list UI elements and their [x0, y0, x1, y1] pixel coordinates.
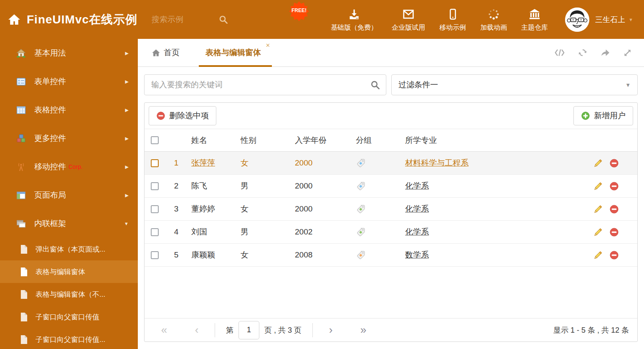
share-icon[interactable] [600, 48, 610, 58]
sidebar-subitem-child-to-parent[interactable]: 子窗口向父窗口传值 [0, 306, 138, 328]
table-row[interactable]: 1 张萍萍 女 2000 材料科学与工程系 [145, 152, 637, 175]
table-row[interactable]: 3 董婷婷 女 2000 化学系 [145, 198, 637, 221]
major-link[interactable]: 化学系 [405, 227, 429, 236]
row-number: 4 [165, 227, 188, 237]
cell-year: 2000 [292, 204, 352, 214]
sidebar-item-page-layout[interactable]: 页面布局 ▶ [0, 181, 138, 209]
avatar[interactable] [565, 8, 589, 32]
close-icon[interactable]: ✕ [266, 42, 270, 48]
add-user-button[interactable]: 新增用户 [573, 106, 633, 125]
tab-home[interactable]: 首页 [144, 39, 187, 66]
row-checkbox[interactable] [151, 159, 159, 167]
page-label-prefix: 第 [226, 325, 233, 335]
major-link[interactable]: 化学系 [405, 181, 429, 190]
delete-icon[interactable] [609, 158, 619, 168]
delete-icon[interactable] [609, 227, 619, 237]
keyword-search-input[interactable] [144, 74, 386, 95]
menu-item-label: 企业版试用 [392, 23, 425, 32]
menu-item-loading-animation[interactable]: 加载动画 [473, 7, 514, 32]
delete-icon[interactable] [609, 181, 619, 191]
sidebar-item-form-controls[interactable]: 表单控件 ▶ [0, 67, 138, 96]
filter-row: 过滤条件一 ▼ [144, 74, 638, 95]
search-icon[interactable] [370, 80, 380, 90]
user-menu[interactable]: 三生石上 ▼ [595, 15, 633, 25]
sidebar-subitem-child-to-parent-alt[interactable]: 子窗口向父窗口传值... [0, 328, 138, 349]
prev-page-button[interactable]: ‹ [190, 324, 204, 336]
sidebar-item-iframe[interactable]: 内联框架 ▼ [0, 209, 138, 238]
delete-icon[interactable] [609, 250, 619, 260]
menu-item-enterprise-trial[interactable]: 企业版试用 [385, 7, 432, 32]
sidebar-item-more-controls[interactable]: 更多控件 ▶ [0, 124, 138, 153]
menu-item-mobile-demo[interactable]: 移动示例 [432, 7, 473, 32]
sidebar-subitem-label: 子窗口向父窗口传值... [35, 335, 105, 344]
sidebar-item-grid-controls[interactable]: 表格控件 ▶ [0, 96, 138, 124]
source-code-icon[interactable] [554, 48, 565, 57]
sidebar-subitem-grid-edit-window[interactable]: 表格与编辑窗体 [0, 260, 138, 283]
sidebar-subitem-label: 表格与编辑窗体 [35, 267, 85, 277]
sidebar-subitem-label: 子窗口向父窗口传值 [35, 312, 99, 322]
sidebar-subitem-label: 弹出窗体（本页面或... [35, 245, 105, 254]
edit-icon[interactable] [593, 181, 603, 191]
corp-badge: Corp. [68, 163, 83, 170]
sidebar-item-basic-usage[interactable]: 基本用法 ▶ [0, 39, 138, 67]
cell-year: 2000 [292, 181, 352, 191]
menu-item-theme-repo[interactable]: 主题仓库 [514, 7, 555, 32]
first-page-button[interactable]: « [157, 324, 171, 336]
row-checkbox[interactable] [151, 182, 159, 190]
sidebar-subitem-popup-window[interactable]: 弹出窗体（本页面或... [0, 238, 138, 260]
major-link[interactable]: 数学系 [405, 250, 429, 259]
edit-icon[interactable] [593, 227, 603, 237]
table-icon [16, 105, 27, 115]
layout-icon [16, 190, 27, 201]
table-row[interactable]: 5 康颖颖 女 2008 数学系 [145, 244, 637, 267]
menu-item-basic-edition[interactable]: 基础版（免费） [324, 7, 385, 32]
app-title[interactable]: FineUIMvc在线示例 [27, 12, 137, 28]
sidebar: 基本用法 ▶ 表单控件 ▶ 表格控件 ▶ 更多控件 ▶ [0, 39, 138, 349]
menu-item-label: 基础版（免费） [331, 23, 378, 32]
major-link[interactable]: 材料科学与工程系 [405, 158, 469, 167]
tab-grid-edit-window[interactable]: 表格与编辑窗体 ✕ [199, 39, 272, 66]
column-header-major: 所学专业 [402, 135, 593, 146]
home-icon[interactable] [8, 13, 21, 26]
cell-year: 2000 [292, 158, 352, 168]
next-page-button[interactable]: › [324, 324, 338, 336]
edit-icon[interactable] [593, 204, 603, 214]
major-link[interactable]: 化学系 [405, 204, 429, 213]
row-checkbox[interactable] [151, 251, 159, 259]
row-number: 3 [165, 204, 188, 214]
file-icon [20, 245, 28, 254]
row-checkbox[interactable] [151, 205, 159, 213]
pager-divider [215, 323, 215, 337]
content-area: 首页 表格与编辑窗体 ✕ [138, 39, 644, 349]
refresh-icon[interactable] [578, 48, 588, 58]
delete-selected-label: 删除选中项 [169, 110, 209, 121]
add-user-label: 新增用户 [594, 110, 626, 121]
sidebar-item-label: 更多控件 [34, 133, 66, 144]
delete-selected-button[interactable]: 删除选中项 [149, 106, 216, 125]
search-icon[interactable] [218, 15, 228, 25]
row-checkbox[interactable] [151, 228, 159, 236]
sidebar-item-mobile-controls[interactable]: 移动控件 Corp. ▶ [0, 153, 138, 181]
table-row[interactable]: 4 刘国 男 2002 化学系 [145, 221, 637, 244]
cell-gender: 女 [237, 204, 292, 214]
edit-icon[interactable] [593, 158, 603, 168]
last-page-button[interactable]: » [356, 324, 370, 336]
filter-dropdown[interactable]: 过滤条件一 ▼ [391, 74, 638, 95]
frames-icon [16, 219, 27, 229]
row-number: 2 [165, 181, 188, 191]
table-row[interactable]: 2 陈飞 男 2000 化学系 [145, 175, 637, 198]
download-icon [348, 7, 360, 22]
header-search-input[interactable] [152, 15, 214, 24]
cell-gender: 男 [237, 227, 292, 237]
page-number-input[interactable] [238, 321, 259, 339]
cell-name: 董婷婷 [191, 204, 215, 213]
cell-gender: 男 [237, 181, 292, 191]
expand-icon[interactable] [623, 48, 632, 58]
delete-icon[interactable] [609, 204, 619, 214]
select-all-checkbox[interactable] [151, 136, 159, 144]
chevron-right-icon: ▶ [125, 107, 129, 113]
edit-icon[interactable] [593, 250, 603, 260]
pagination-bar: « ‹ 第 页 , 共 3 页 › » 显示 1 - 5 条 , 共 12 条 [145, 318, 637, 341]
cell-name: 康颖颖 [191, 250, 215, 259]
sidebar-subitem-grid-edit-window-alt[interactable]: 表格与编辑窗体（不... [0, 283, 138, 306]
